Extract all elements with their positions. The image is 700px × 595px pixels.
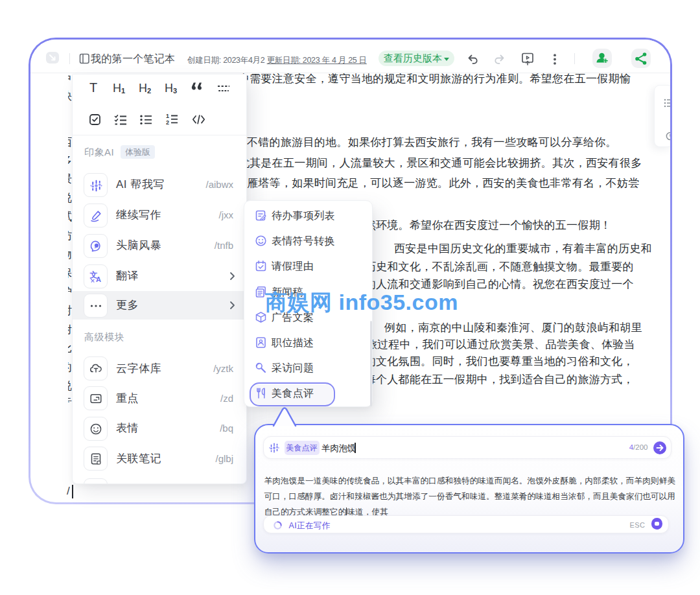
- svg-text:1: 1: [166, 113, 169, 119]
- svg-text:2: 2: [166, 119, 169, 125]
- svg-text:A: A: [96, 275, 101, 283]
